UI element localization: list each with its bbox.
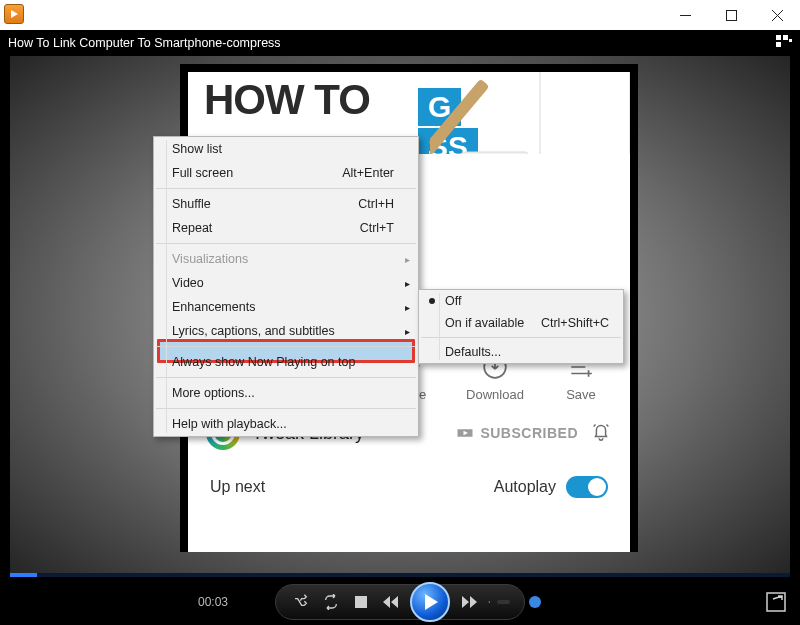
autoplay-label: Autoplay [494,478,556,496]
volume-thumb[interactable] [529,596,541,608]
menu-full-screen[interactable]: Full screenAlt+Enter [154,161,418,185]
svg-rect-12 [355,596,367,608]
checked-dot-icon [429,298,435,304]
lyrics-submenu: Off On if availableCtrl+Shift+C Defaults… [418,289,624,364]
svg-rect-9 [460,152,530,154]
menu-separator [156,243,416,244]
submenu-off[interactable]: Off [419,290,623,312]
hero-decoration-icon [430,72,630,154]
svg-rect-10 [430,79,490,154]
minimize-button[interactable] [662,0,708,30]
previous-button[interactable] [380,591,402,613]
subscribed-badge[interactable]: SUBSCRIBED [456,424,578,442]
menu-separator [156,408,416,409]
menu-show-list[interactable]: Show list [154,137,418,161]
seek-bar[interactable] [10,573,790,577]
menu-lyrics-captions-subtitles[interactable]: Lyrics, captions, and subtitles▸ [154,319,418,343]
repeat-button[interactable] [320,591,342,613]
menu-always-on-top[interactable]: Always show Now Playing on top [154,350,418,374]
menu-visualizations: Visualizations▸ [154,247,418,271]
video-stage: HOW TO G SS Like Dislike Share [0,56,800,625]
play-button[interactable] [410,582,450,622]
menu-repeat[interactable]: RepeatCtrl+T [154,216,418,240]
svg-rect-3 [776,42,781,47]
close-button[interactable] [754,0,800,30]
submenu-on-if-available[interactable]: On if availableCtrl+Shift+C [419,312,623,334]
save-label: Save [545,387,617,402]
switch-view-icon[interactable] [776,35,792,51]
svg-rect-0 [726,10,736,20]
context-menu: Show list Full screenAlt+Enter ShuffleCt… [153,136,419,437]
menu-separator [156,377,416,378]
menu-separator [421,337,621,338]
media-title: How To Link Computer To Smartphone-compr… [8,36,281,50]
play-icon [425,594,438,610]
player-controls: 00:03 [0,579,800,625]
hero-text: HOW TO [204,76,370,124]
menu-separator [156,188,416,189]
app-logo-icon [4,4,24,24]
svg-rect-2 [783,35,788,40]
menu-enhancements[interactable]: Enhancements▸ [154,295,418,319]
svg-rect-1 [776,35,781,40]
up-next-row: Up next Autoplay [188,464,630,510]
submenu-defaults[interactable]: Defaults... [419,341,623,363]
bell-icon[interactable] [590,420,612,446]
maximize-button[interactable] [708,0,754,30]
volume-slider[interactable] [497,600,510,604]
menu-help-playback[interactable]: Help with playback... [154,412,418,436]
up-next-label: Up next [210,478,265,496]
svg-rect-4 [789,39,792,42]
volume-control[interactable] [488,591,510,613]
seek-fill [10,573,37,577]
menu-shuffle[interactable]: ShuffleCtrl+H [154,192,418,216]
next-button[interactable] [458,591,480,613]
menu-video[interactable]: Video▸ [154,271,418,295]
menu-more-options[interactable]: More options... [154,381,418,405]
shuffle-button[interactable] [290,591,312,613]
autoplay-toggle[interactable] [566,476,608,498]
titlebar [0,0,800,30]
svg-rect-5 [540,72,630,154]
download-label: Download [459,387,531,402]
control-pill [275,584,525,620]
now-playing-header: How To Link Computer To Smartphone-compr… [0,30,800,56]
fullscreen-button[interactable] [766,592,786,612]
elapsed-time: 00:03 [198,595,228,609]
volume-icon [488,594,491,610]
menu-separator [156,346,416,347]
stop-button[interactable] [350,591,372,613]
